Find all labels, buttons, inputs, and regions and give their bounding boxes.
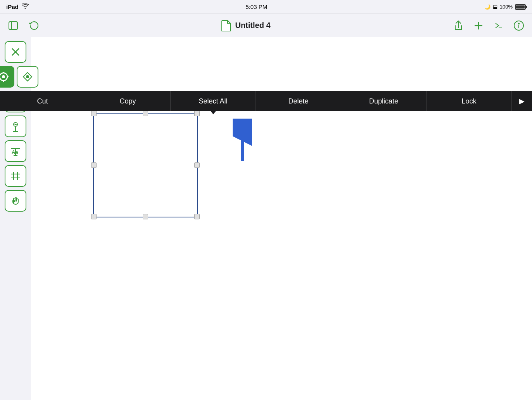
undo-button[interactable]	[28, 20, 39, 31]
diamond-tool-button[interactable]	[17, 66, 38, 88]
info-button[interactable]	[513, 20, 524, 31]
toolbar-right	[453, 20, 524, 31]
pin-tool-button[interactable]	[5, 116, 26, 137]
add-button[interactable]	[473, 20, 484, 31]
svg-text:Aa: Aa	[12, 149, 18, 155]
handle-top-middle[interactable]	[143, 111, 148, 116]
more-button[interactable]: ▶	[512, 91, 532, 111]
cursor-tool-button[interactable]	[5, 41, 26, 63]
text-tool-button[interactable]: Aa	[5, 140, 26, 162]
blue-arrow	[233, 119, 252, 167]
battery-icon	[515, 4, 526, 10]
svg-rect-0	[9, 22, 17, 29]
handle-top-left[interactable]	[91, 111, 97, 116]
select-all-button[interactable]: Select All	[171, 91, 256, 111]
context-menu: Cut Copy Select All Delete Duplicate Loc…	[0, 91, 532, 111]
handle-bottom-left[interactable]	[91, 214, 97, 219]
svg-point-17	[26, 76, 29, 78]
doc-icon	[221, 20, 231, 31]
svg-line-22	[14, 124, 17, 125]
hand-tool-button[interactable]	[5, 190, 26, 212]
battery-percent: 100%	[500, 4, 513, 10]
terminal-button[interactable]	[493, 20, 504, 31]
copy-button[interactable]: Copy	[85, 91, 171, 111]
sidebar-toggle-button[interactable]	[8, 20, 19, 31]
delete-button[interactable]: Delete	[256, 91, 341, 111]
handle-middle-right[interactable]	[194, 162, 200, 168]
wifi-icon	[22, 3, 29, 10]
moon-icon: 🌙	[484, 4, 491, 10]
handle-bottom-middle[interactable]	[143, 214, 148, 219]
snap-tool-button[interactable]	[0, 66, 14, 88]
status-left: iPad	[6, 3, 29, 10]
selected-object[interactable]	[93, 113, 198, 217]
status-bar: iPad 5:03 PM 🌙 ⬓ 100%	[0, 0, 532, 14]
handle-bottom-right[interactable]	[194, 214, 200, 219]
document-title: Untitled 4	[235, 21, 270, 30]
status-time: 5:03 PM	[245, 3, 267, 10]
toolbar: Untitled 4	[0, 14, 532, 37]
share-button[interactable]	[453, 20, 464, 31]
handle-top-right[interactable]	[194, 111, 200, 116]
status-right: 🌙 ⬓ 100%	[484, 4, 526, 10]
svg-point-7	[518, 23, 519, 24]
bluetooth-icon: ⬓	[493, 4, 497, 10]
svg-point-11	[2, 75, 5, 78]
lock-button[interactable]: Lock	[427, 91, 512, 111]
toolbar-left	[8, 20, 39, 31]
handle-middle-left[interactable]	[91, 162, 97, 168]
toolbar-center: Untitled 4	[221, 20, 270, 31]
duplicate-button[interactable]: Duplicate	[341, 91, 427, 111]
frame-tool-button[interactable]	[5, 165, 26, 187]
cut-button[interactable]: Cut	[0, 91, 85, 111]
device-name: iPad	[6, 3, 19, 10]
